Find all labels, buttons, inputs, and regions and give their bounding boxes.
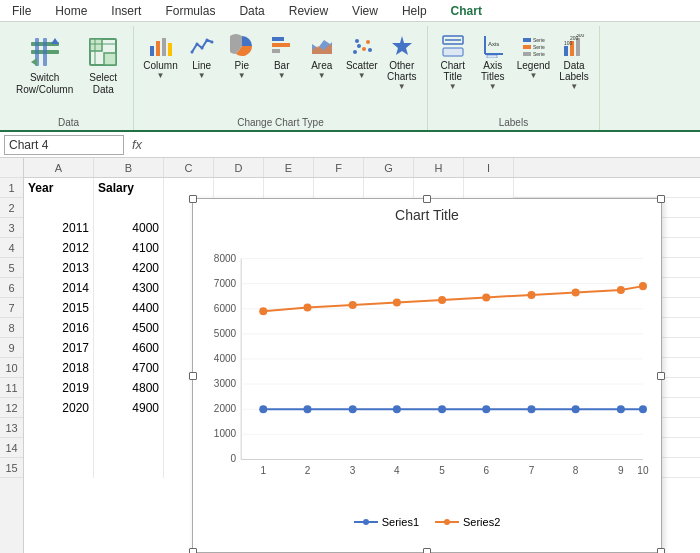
- cell-A3[interactable]: 2011: [24, 218, 94, 238]
- axis-titles-button[interactable]: Axis AxisTitles ▼: [474, 30, 512, 93]
- chart-legend: Series1 Series2: [201, 516, 653, 528]
- bar-icon: [268, 32, 296, 60]
- data-labels-button[interactable]: 100 200 300 DataLabels ▼: [555, 30, 593, 93]
- cell-H1[interactable]: [414, 178, 464, 198]
- ribbon-group-data: SwitchRow/Column SelectData Data: [4, 26, 134, 130]
- cell-B11[interactable]: 4800: [94, 378, 164, 398]
- table-row: Year Salary: [24, 178, 700, 198]
- col-C[interactable]: C: [164, 158, 214, 177]
- labels-group-label: Labels: [434, 117, 593, 128]
- pie-button[interactable]: Pie ▼: [223, 30, 261, 82]
- cell-D1[interactable]: [214, 178, 264, 198]
- svg-text:6: 6: [483, 465, 489, 476]
- other-charts-button[interactable]: OtherCharts ▼: [383, 30, 421, 93]
- chart-container[interactable]: Chart Title 0: [192, 198, 662, 553]
- svg-text:Series 1: Series 1: [533, 37, 545, 43]
- scatter-button[interactable]: Scatter ▼: [343, 30, 381, 82]
- select-data-button[interactable]: SelectData: [81, 30, 125, 98]
- cell-A9[interactable]: 2017: [24, 338, 94, 358]
- menu-chart[interactable]: Chart: [447, 2, 486, 20]
- chart-handle-bc[interactable]: [423, 548, 431, 553]
- formula-input[interactable]: [150, 135, 696, 155]
- cell-B4[interactable]: 4100: [94, 238, 164, 258]
- cell-G1[interactable]: [364, 178, 414, 198]
- svg-text:Series 2: Series 2: [533, 44, 545, 50]
- chart-type-group-label: Change Chart Type: [140, 117, 420, 128]
- cell-A2[interactable]: [24, 198, 94, 218]
- cell-F1[interactable]: [314, 178, 364, 198]
- cell-A12[interactable]: 2020: [24, 398, 94, 418]
- menu-formulas[interactable]: Formulas: [161, 2, 219, 20]
- svg-rect-38: [487, 55, 497, 58]
- cell-B10[interactable]: 4700: [94, 358, 164, 378]
- svg-text:8: 8: [573, 465, 579, 476]
- name-box[interactable]: Chart 4: [4, 135, 124, 155]
- chart-title-button[interactable]: ChartTitle ▼: [434, 30, 472, 93]
- chart-handle-ml[interactable]: [189, 372, 197, 380]
- cell-B3[interactable]: 4000: [94, 218, 164, 238]
- select-btn-label: SelectData: [89, 72, 117, 96]
- cell-A11[interactable]: 2019: [24, 378, 94, 398]
- cell-B1[interactable]: Salary: [94, 178, 164, 198]
- chart-handle-tr[interactable]: [657, 195, 665, 203]
- cell-A4[interactable]: 2012: [24, 238, 94, 258]
- area-button[interactable]: Area ▼: [303, 30, 341, 82]
- cell-B6[interactable]: 4300: [94, 278, 164, 298]
- cell-A1[interactable]: Year: [24, 178, 94, 198]
- cell-A8[interactable]: 2016: [24, 318, 94, 338]
- cell-B12[interactable]: 4900: [94, 398, 164, 418]
- bar-button[interactable]: Bar ▼: [263, 30, 301, 82]
- formula-bar: Chart 4 fx: [0, 132, 700, 158]
- column-button[interactable]: Column ▼: [140, 30, 180, 82]
- menu-insert[interactable]: Insert: [107, 2, 145, 20]
- cell-B2[interactable]: [94, 198, 164, 218]
- col-D[interactable]: D: [214, 158, 264, 177]
- cell-B7[interactable]: 4400: [94, 298, 164, 318]
- menu-home[interactable]: Home: [51, 2, 91, 20]
- col-E[interactable]: E: [264, 158, 314, 177]
- svg-text:300: 300: [576, 34, 585, 38]
- col-F[interactable]: F: [314, 158, 364, 177]
- col-B[interactable]: B: [94, 158, 164, 177]
- col-A[interactable]: A: [24, 158, 94, 177]
- cell-B9[interactable]: 4600: [94, 338, 164, 358]
- svg-text:7000: 7000: [214, 278, 237, 289]
- chart-handle-mr[interactable]: [657, 372, 665, 380]
- chart-handle-br[interactable]: [657, 548, 665, 553]
- col-I[interactable]: I: [464, 158, 514, 177]
- switch-row-col-button[interactable]: SwitchRow/Column: [12, 30, 77, 98]
- ribbon: SwitchRow/Column SelectData Data: [0, 22, 700, 132]
- row-6: 6: [0, 278, 23, 298]
- svg-rect-3: [43, 38, 47, 66]
- line-button[interactable]: Line ▼: [183, 30, 221, 82]
- cell-A5[interactable]: 2013: [24, 258, 94, 278]
- svg-point-103: [444, 519, 450, 525]
- cell-B5[interactable]: 4200: [94, 258, 164, 278]
- menu-help[interactable]: Help: [398, 2, 431, 20]
- select-icon: [85, 34, 121, 70]
- svg-point-27: [362, 47, 366, 51]
- cell-A7[interactable]: 2015: [24, 298, 94, 318]
- legend-button[interactable]: Series 1 Series 2 Series 3 Legend ▼: [514, 30, 553, 82]
- svg-rect-11: [150, 46, 154, 56]
- menu-file[interactable]: File: [8, 2, 35, 20]
- svg-point-15: [190, 51, 193, 54]
- cell-I1[interactable]: [464, 178, 514, 198]
- menu-data[interactable]: Data: [235, 2, 268, 20]
- data-group-label: Data: [58, 115, 79, 128]
- svg-marker-4: [51, 38, 59, 44]
- chart-handle-bl[interactable]: [189, 548, 197, 553]
- chart-handle-tc[interactable]: [423, 195, 431, 203]
- col-H[interactable]: H: [414, 158, 464, 177]
- cell-A6[interactable]: 2014: [24, 278, 94, 298]
- menu-view[interactable]: View: [348, 2, 382, 20]
- chart-handle-tl[interactable]: [189, 195, 197, 203]
- cell-E1[interactable]: [264, 178, 314, 198]
- cell-A10[interactable]: 2018: [24, 358, 94, 378]
- menu-review[interactable]: Review: [285, 2, 332, 20]
- ribbon-group-chart-type: Column ▼ Line ▼: [134, 26, 427, 130]
- svg-point-98: [617, 286, 625, 294]
- col-G[interactable]: G: [364, 158, 414, 177]
- line-label: Line: [192, 60, 211, 71]
- cell-B8[interactable]: 4500: [94, 318, 164, 338]
